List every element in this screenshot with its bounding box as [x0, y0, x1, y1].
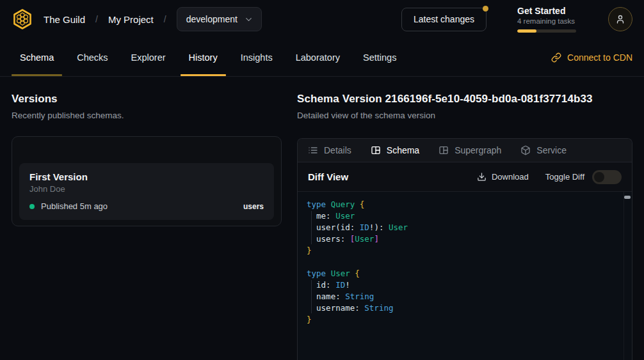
indent-guide — [311, 211, 312, 244]
code-line: me: User — [307, 210, 616, 222]
link-chain-icon — [551, 52, 561, 63]
scrollbar-track — [624, 192, 624, 360]
published-status-dot — [29, 204, 35, 209]
download-label: Download — [492, 172, 529, 182]
tab-service[interactable]: Service — [520, 145, 567, 155]
tab-schema-label: Schema — [387, 145, 419, 155]
versions-section: Versions Recently published schemas. Fir… — [12, 93, 282, 360]
get-started-widget[interactable]: Get Started 4 remaining tasks — [517, 6, 576, 33]
service-name-badge: users — [243, 202, 264, 211]
nav-tab-history[interactable]: History — [181, 38, 226, 76]
columns-icon — [439, 145, 449, 155]
nav-tab-insights[interactable]: Insights — [232, 38, 281, 76]
version-detail-title: Schema Version 2166196f-5e10-4059-bd0a-0… — [297, 93, 632, 106]
diff-view-header: Diff View Download Toggle Diff — [298, 162, 632, 192]
get-started-progress-track — [517, 29, 576, 33]
toggle-knob — [594, 172, 604, 182]
indent-guide — [311, 280, 312, 313]
version-detail-section: Schema Version 2166196f-5e10-4059-bd0a-0… — [297, 93, 632, 360]
get-started-progress-fill — [517, 29, 536, 33]
header-right-cluster: Latest changes Get Started 4 remaining t… — [401, 6, 632, 33]
nav-tab-settings[interactable]: Settings — [355, 38, 405, 76]
tab-details-label: Details — [324, 145, 351, 155]
code-line: } — [307, 314, 616, 325]
version-title: First Version — [29, 171, 264, 182]
app-header: The Guild / My Project / development Lat… — [0, 0, 644, 38]
tab-service-label: Service — [536, 145, 567, 155]
versions-title: Versions — [12, 93, 282, 106]
scrollbar-thumb[interactable] — [624, 196, 631, 199]
toggle-diff-label: Toggle Diff — [545, 172, 584, 182]
download-icon — [477, 172, 487, 182]
code-line: type User { — [307, 268, 616, 279]
tab-details[interactable]: Details — [308, 145, 351, 155]
versions-subtitle: Recently published schemas. — [12, 111, 282, 120]
code-line: name: String — [307, 291, 616, 302]
diff-view-actions: Download Toggle Diff — [477, 170, 622, 184]
user-avatar-button[interactable] — [608, 7, 632, 31]
get-started-title: Get Started — [517, 6, 576, 16]
get-started-subtitle: 4 remaining tasks — [517, 17, 576, 25]
chevron-down-icon — [244, 15, 254, 24]
hive-logo[interactable] — [12, 8, 33, 30]
cube-icon — [520, 145, 531, 155]
breadcrumb-project-link[interactable]: My Project — [108, 14, 154, 25]
version-detail-panel: Details Schema Supergraph — [297, 138, 632, 360]
columns-icon — [371, 145, 381, 155]
list-icon — [308, 145, 318, 155]
published-status-text: Published 5m ago — [41, 201, 108, 211]
nav-tab-laboratory[interactable]: Laboratory — [287, 38, 348, 76]
target-selector-value: development — [186, 14, 237, 24]
latest-changes-button[interactable]: Latest changes — [401, 8, 487, 31]
diff-view-title: Diff View — [308, 171, 348, 182]
code-content: type Query { me: User user(id: ID!): Use… — [307, 199, 616, 325]
user-icon — [615, 13, 626, 25]
breadcrumb-org-link[interactable]: The Guild — [44, 14, 85, 25]
primary-nav: Schema Checks Explorer History Insights … — [0, 38, 644, 77]
breadcrumb-separator: / — [95, 14, 98, 24]
version-author: John Doe — [29, 184, 264, 194]
schema-view-tabs: Details Schema Supergraph — [298, 139, 632, 162]
breadcrumb-separator: / — [164, 14, 166, 24]
version-detail-subtitle: Detailed view of the schema version — [297, 111, 632, 120]
code-line: users: [User] — [307, 233, 616, 245]
version-status-row: Published 5m ago users — [29, 201, 264, 211]
code-line: username: String — [307, 302, 616, 314]
latest-changes-label: Latest changes — [414, 14, 474, 24]
tab-supergraph-label: Supergraph — [455, 145, 501, 155]
versions-list-card: First Version John Doe Published 5m ago … — [12, 136, 282, 226]
code-editor[interactable]: type Query { me: User user(id: ID!): Use… — [298, 192, 632, 360]
nav-tab-checks[interactable]: Checks — [68, 38, 116, 76]
breadcrumb: The Guild / My Project / — [44, 14, 166, 25]
tab-supergraph[interactable]: Supergraph — [439, 145, 501, 155]
nav-tab-explorer[interactable]: Explorer — [123, 38, 174, 76]
code-line: id: ID! — [307, 279, 616, 291]
target-selector-dropdown[interactable]: development — [177, 7, 262, 31]
main-content: Versions Recently published schemas. Fir… — [0, 77, 644, 360]
code-line: user(id: ID!): User — [307, 222, 616, 233]
toggle-diff-group: Toggle Diff — [545, 170, 622, 184]
toggle-diff-switch[interactable] — [592, 170, 622, 184]
version-list-item[interactable]: First Version John Doe Published 5m ago … — [19, 163, 274, 220]
nav-tab-schema[interactable]: Schema — [12, 38, 62, 76]
code-line: type Query { — [307, 199, 616, 210]
tab-schema[interactable]: Schema — [371, 145, 419, 155]
notification-dot — [483, 6, 488, 12]
download-button[interactable]: Download — [477, 172, 529, 182]
code-line — [307, 256, 616, 268]
connect-to-cdn-label: Connect to CDN — [567, 52, 632, 63]
connect-to-cdn-button[interactable]: Connect to CDN — [551, 52, 632, 63]
code-line: } — [307, 245, 616, 256]
